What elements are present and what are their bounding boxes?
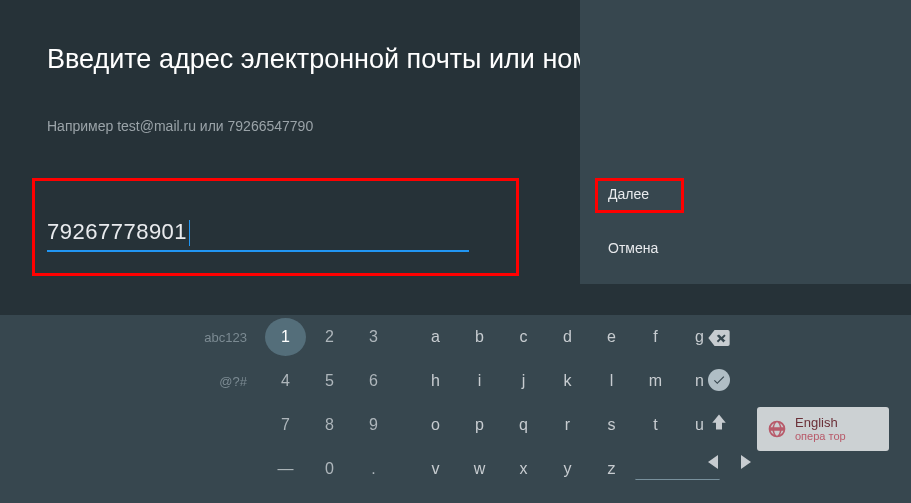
text-cursor [189, 220, 190, 246]
globe-icon [767, 419, 787, 439]
key-l[interactable]: l [591, 362, 632, 400]
keyboard-action-column [698, 319, 761, 487]
cancel-button[interactable]: Отмена [608, 240, 658, 256]
input-value: 79267778901 [47, 219, 187, 244]
key-8[interactable]: 8 [309, 406, 350, 444]
key-o[interactable]: o [415, 406, 456, 444]
key-c[interactable]: c [503, 318, 544, 356]
key-p[interactable]: p [459, 406, 500, 444]
key-7[interactable]: 7 [265, 406, 306, 444]
key-.[interactable]: . [353, 450, 394, 488]
next-button[interactable]: Далее [608, 186, 649, 202]
side-panel: Далее Отмена [580, 0, 911, 284]
shift-key[interactable] [698, 403, 739, 441]
keyboard-mode-label[interactable]: @?# [0, 374, 265, 389]
key-d[interactable]: d [547, 318, 588, 356]
key-x[interactable]: x [503, 450, 544, 488]
key-w[interactable]: w [459, 450, 500, 488]
key-v[interactable]: v [415, 450, 456, 488]
hint-text: Например test@mail.ru или 79266547790 [47, 118, 313, 134]
key-m[interactable]: m [635, 362, 676, 400]
key-s[interactable]: s [591, 406, 632, 444]
key-i[interactable]: i [459, 362, 500, 400]
key-k[interactable]: k [547, 362, 588, 400]
check-icon [708, 369, 730, 391]
arrow-left-key[interactable] [698, 443, 728, 481]
key-f[interactable]: f [635, 318, 676, 356]
keyboard-mode-label[interactable]: abc123 [0, 330, 265, 345]
key-2[interactable]: 2 [309, 318, 350, 356]
key-a[interactable]: a [415, 318, 456, 356]
key-0[interactable]: 0 [309, 450, 350, 488]
key-—[interactable]: — [265, 450, 306, 488]
language-sublabel: опера тор [795, 430, 846, 442]
login-input[interactable]: 79267778901 [47, 219, 470, 246]
key-j[interactable]: j [503, 362, 544, 400]
key-h[interactable]: h [415, 362, 456, 400]
key-e[interactable]: e [591, 318, 632, 356]
key-r[interactable]: r [547, 406, 588, 444]
backspace-key[interactable] [698, 319, 739, 357]
key-q[interactable]: q [503, 406, 544, 444]
language-badge[interactable]: English опера тор [757, 407, 889, 451]
key-9[interactable]: 9 [353, 406, 394, 444]
key-y[interactable]: y [547, 450, 588, 488]
key-z[interactable]: z [591, 450, 632, 488]
key-3[interactable]: 3 [353, 318, 394, 356]
language-label: English [795, 416, 846, 430]
key-4[interactable]: 4 [265, 362, 306, 400]
input-underline [47, 250, 469, 252]
enter-key[interactable] [698, 361, 739, 399]
key-5[interactable]: 5 [309, 362, 350, 400]
key-1[interactable]: 1 [265, 318, 306, 356]
key-6[interactable]: 6 [353, 362, 394, 400]
key-b[interactable]: b [459, 318, 500, 356]
nav-keys [698, 445, 761, 483]
key-t[interactable]: t [635, 406, 676, 444]
